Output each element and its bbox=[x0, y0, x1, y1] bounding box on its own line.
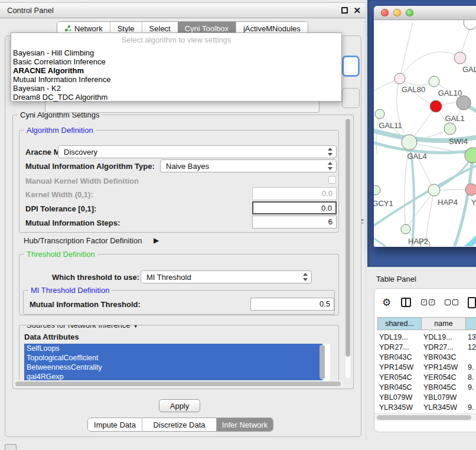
table-horizontal-scrollbar[interactable] bbox=[374, 413, 476, 421]
dropdown-item[interactable]: Bayesian - Hill Climbing bbox=[11, 48, 341, 57]
table-header-row: shared... name bbox=[377, 317, 476, 330]
attribute-item[interactable]: TopologicalCoefficient bbox=[24, 353, 322, 363]
dpi-tolerance-field[interactable]: 0.0 bbox=[252, 201, 337, 214]
mi-threshold-label: Mutual Information Threshold: bbox=[30, 300, 141, 309]
occluded-combo-focus-ring bbox=[342, 56, 360, 77]
table-toolbar: ⚙ ✓ ✓ bbox=[374, 294, 476, 311]
label-gal80: GAL80 bbox=[402, 85, 425, 94]
mi-threshold-field[interactable]: 0.5 bbox=[250, 298, 334, 311]
column-header-name[interactable]: name bbox=[422, 317, 466, 330]
window-title: Control Panel bbox=[7, 6, 54, 15]
label-hap2: HAP2 bbox=[408, 237, 428, 246]
columns-icon[interactable] bbox=[401, 298, 411, 307]
mi-threshold-definition-title: MI Threshold Definition bbox=[28, 286, 112, 295]
node-salmon[interactable] bbox=[465, 184, 476, 195]
scrollbar-thumb[interactable] bbox=[377, 415, 471, 420]
settings-vertical-scrollbar[interactable] bbox=[344, 117, 351, 379]
collapse-right-icon[interactable]: ▶ bbox=[154, 236, 159, 244]
apply-button[interactable]: Apply bbox=[159, 399, 200, 412]
dropdown-placeholder: Select algorithm to view settings bbox=[11, 35, 341, 44]
node-labels: GAL GAL80 GAL10 GAL1 GAL11 SWI4 GAL4 GCY… bbox=[374, 65, 476, 246]
cyni-algorithm-settings-group: Cyni Algorithm Settings Algorithm Defini… bbox=[12, 115, 354, 389]
label-gal10: GAL10 bbox=[438, 89, 462, 97]
hub-tf-definition-toggle[interactable]: Hub/Transcription Factor Definition bbox=[24, 236, 142, 245]
node-gcy1[interactable] bbox=[374, 185, 380, 195]
tab-discretize-data[interactable]: Discretize Data bbox=[142, 418, 216, 431]
sources-title-toggle[interactable]: Sources for Network Inference ▼ bbox=[24, 325, 141, 330]
stepper-icon bbox=[328, 148, 332, 156]
attributes-scrollbar-thumb[interactable] bbox=[319, 345, 325, 379]
zoom-traffic-light[interactable] bbox=[406, 9, 413, 17]
export-table-icon[interactable] bbox=[468, 297, 476, 308]
tab-infer-network[interactable]: Infer Network bbox=[216, 418, 273, 431]
table-panel: Table Panel ⚙ ✓ ✓ shared... name YDL19..… bbox=[367, 267, 476, 450]
node-top-partial[interactable] bbox=[464, 20, 476, 30]
deselect-all-icon[interactable] bbox=[445, 299, 458, 305]
node-gal11[interactable] bbox=[375, 109, 384, 119]
network-canvas[interactable]: GAL GAL80 GAL10 GAL1 GAL11 SWI4 GAL4 GCY… bbox=[374, 20, 476, 246]
data-attributes-label: Data Attributes bbox=[24, 332, 79, 341]
table-row[interactable]: YBL079WYBL079W bbox=[377, 393, 476, 403]
scrollbar-thumb[interactable] bbox=[15, 381, 341, 386]
column-header-shared[interactable]: shared... bbox=[377, 317, 422, 330]
dropdown-item[interactable]: Dream8 DC_TDC Algorithm bbox=[11, 93, 341, 102]
close-icon[interactable]: ✕ bbox=[353, 6, 361, 15]
algorithm-dropdown-popup: Select algorithm to view settings Bayesi… bbox=[11, 32, 342, 102]
algorithm-definition-title: Algorithm Definition bbox=[24, 126, 96, 135]
table-card: ⚙ ✓ ✓ shared... name YDL19...YDL19...13 … bbox=[374, 288, 476, 432]
settings-horizontal-scrollbar[interactable] bbox=[14, 380, 343, 387]
dropdown-item[interactable]: Mutual Information Inference bbox=[11, 75, 341, 84]
node-gray[interactable] bbox=[457, 96, 471, 110]
table-row[interactable]: YDL19...YDL19...13 bbox=[377, 333, 476, 343]
attribute-item[interactable]: BetweennessCentrality bbox=[24, 363, 322, 372]
node-gal80[interactable] bbox=[395, 73, 405, 84]
node-gal1[interactable] bbox=[444, 123, 456, 135]
aracne-mode-select[interactable]: Discovery bbox=[58, 145, 337, 158]
tab-impute-data[interactable]: Impute Data bbox=[88, 418, 142, 431]
cyni-bottom-tabs: Impute Data Discretize Data Infer Networ… bbox=[87, 418, 273, 432]
node-gal-pink[interactable] bbox=[454, 52, 466, 64]
table-row[interactable]: YLR345WYLR345W9. bbox=[377, 403, 476, 413]
network-window-titlebar bbox=[374, 6, 476, 20]
table-row[interactable]: YBR045CYBR045C9. bbox=[377, 383, 476, 393]
dropdown-item-aracne[interactable]: ARACNE Algorithm bbox=[11, 66, 341, 75]
kernel-width-label: Kernel Width (0,1): bbox=[25, 190, 93, 199]
maximize-icon[interactable] bbox=[341, 7, 348, 14]
table-panel-title: Table Panel bbox=[376, 275, 416, 283]
mi-algorithm-type-select[interactable]: Naive Bayes bbox=[160, 159, 337, 172]
which-threshold-select[interactable]: MI Threshold bbox=[141, 270, 312, 283]
label-gal11: GAL11 bbox=[379, 121, 402, 130]
label-swi4: SWI4 bbox=[449, 137, 468, 146]
threshold-definition-title: Threshold Definition bbox=[24, 250, 97, 259]
minimize-traffic-light[interactable] bbox=[393, 9, 401, 17]
expand-down-icon: ▼ bbox=[132, 325, 139, 329]
manual-kernel-width-checkbox[interactable] bbox=[328, 176, 336, 184]
dpi-tolerance-label: DPI Tolerance [0,1]: bbox=[25, 204, 96, 213]
algorithm-definition-group: Algorithm Definition Aracne Mode: Discov… bbox=[19, 130, 339, 233]
dropdown-item[interactable]: Bayesian - K2 bbox=[11, 84, 341, 93]
node-red[interactable] bbox=[430, 100, 442, 112]
node-hap4[interactable] bbox=[428, 184, 440, 196]
node-hap2[interactable] bbox=[401, 224, 410, 234]
kernel-width-field[interactable]: 0.0 bbox=[252, 187, 337, 200]
attribute-item[interactable]: gal4RGexp bbox=[24, 372, 322, 381]
close-traffic-light[interactable] bbox=[381, 9, 389, 17]
mi-steps-field[interactable]: 6 bbox=[252, 216, 337, 229]
which-threshold-label: Which threshold to use: bbox=[52, 273, 139, 282]
node-gal4[interactable] bbox=[402, 135, 417, 150]
attribute-item[interactable]: SelfLoops bbox=[24, 344, 322, 353]
select-all-icon[interactable]: ✓ ✓ bbox=[421, 299, 435, 305]
dropdown-item[interactable]: Basic Correlation Inference bbox=[11, 57, 341, 66]
node-gal10[interactable] bbox=[429, 76, 439, 87]
table-row[interactable]: YER054CYER054C8. bbox=[377, 373, 476, 383]
column-header-clipped[interactable] bbox=[466, 317, 476, 330]
table-row[interactable]: YBR043CYBR043C bbox=[377, 353, 476, 363]
scrollbar-thumb[interactable] bbox=[345, 119, 350, 357]
manual-kernel-width-label: Manual Kernel Width Definition bbox=[25, 177, 139, 185]
table-row[interactable]: YPR145WYPR145W9. bbox=[377, 363, 476, 373]
gear-icon[interactable]: ⚙ bbox=[382, 298, 391, 308]
table-row[interactable]: YDR27...YDR27...12 bbox=[377, 343, 476, 353]
panel-splitter-grip[interactable] bbox=[360, 219, 365, 224]
docked-window-icon[interactable] bbox=[5, 444, 17, 450]
occluded-combobox-fragment bbox=[45, 100, 319, 113]
